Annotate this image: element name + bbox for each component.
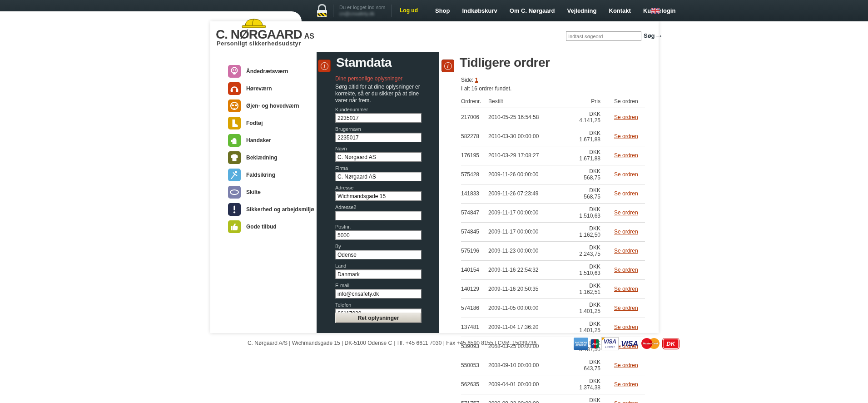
se-ordren-link[interactable]: Se ordren	[614, 171, 638, 178]
search-input[interactable]	[566, 31, 641, 41]
sidebar-item-label: Fodtøj	[246, 120, 263, 126]
sidebar-item-gas-mask[interactable]: Åndedrætsværn	[210, 65, 317, 78]
input-adresse2[interactable]	[335, 211, 422, 220]
sidebar-item-jacket[interactable]: Beklædning	[210, 151, 317, 164]
sidebar-item-thumbs-up[interactable]: Gode tilbud	[210, 220, 317, 233]
se-ordren-link[interactable]: Se ordren	[614, 152, 638, 159]
order-row: 5751962009-11-23 00:00:00DKK 2.243,75Se …	[461, 242, 645, 261]
mastercard-icon: MasterCard	[640, 338, 660, 350]
se-ordren-link[interactable]: Se ordren	[614, 324, 638, 330]
order-number: 140154	[461, 267, 488, 273]
order-number: 217006	[461, 114, 488, 120]
exclamation-icon	[228, 203, 241, 216]
order-price: DKK 1.374,38	[572, 378, 600, 391]
divider	[333, 5, 333, 17]
sidebar-item-fall-protection[interactable]: Faldsikring	[210, 169, 317, 181]
input-firma[interactable]	[335, 172, 422, 181]
nav-vejledning[interactable]: Vejledning	[567, 7, 596, 14]
se-ordren-link[interactable]: Se ordren	[614, 209, 638, 216]
order-price: DKK 1.401,25	[572, 302, 600, 314]
order-row: 5717572009-09-23 00:00:00DKK 981,25Se or…	[461, 394, 645, 403]
order-date: 2009-09-23 00:00:00	[488, 400, 572, 403]
input-adresse[interactable]	[335, 191, 422, 201]
stamdata-form: KundenummerBrugernavnNavnFirmaAdresseAdr…	[335, 107, 422, 322]
search-arrow-icon[interactable]: →	[655, 30, 663, 40]
field-label-firma: Firma	[335, 165, 422, 171]
order-date: 2008-09-10 00:00:00	[488, 362, 572, 368]
field-label-by: By	[335, 244, 422, 249]
sidebar-item-label: Handsker	[246, 137, 271, 144]
se-ordren-link[interactable]: Se ordren	[614, 267, 638, 273]
field-email: E-mail	[335, 283, 422, 299]
field-label-land: Land	[335, 263, 422, 269]
order-date: 2009-11-05 00:00:00	[488, 305, 572, 311]
stamdata-subtitle: Dine personlige oplysninger	[335, 75, 402, 82]
orders-pagination: Side: 1	[461, 77, 478, 83]
se-ordren-link[interactable]: Se ordren	[614, 229, 638, 235]
order-row: 1418332009-11-26 07:23:49DKK 568,75Se or…	[461, 184, 645, 204]
se-ordren-link[interactable]: Se ordren	[614, 133, 638, 139]
boot-icon	[228, 117, 241, 129]
input-email[interactable]	[335, 289, 422, 299]
order-price: DKK 1.671,88	[572, 149, 600, 162]
se-ordren-link[interactable]: Se ordren	[614, 305, 638, 311]
input-land[interactable]	[335, 269, 422, 279]
sidebar-item-label: Skilte	[246, 189, 261, 195]
se-ordren-link[interactable]: Se ordren	[614, 286, 638, 292]
order-date: 2009-11-26 00:00:00	[488, 171, 572, 178]
orders-title: Tidligere ordrer	[460, 55, 550, 70]
ear-protection-icon	[228, 82, 241, 95]
sidebar-item-label: Sikkerhed og arbejdsmiljø	[246, 206, 314, 213]
page-label: Side:	[461, 77, 473, 83]
field-label-email: E-mail	[335, 283, 422, 288]
info-icon: i	[318, 60, 331, 72]
order-price: DKK 1.401,25	[572, 321, 600, 333]
col-se-ordren: Se ordren	[600, 98, 645, 104]
order-price: DKK 568,75	[572, 168, 600, 181]
order-price: DKK 981,25	[572, 397, 600, 403]
input-brugernavn[interactable]	[335, 133, 422, 142]
logout-link[interactable]: Log ud	[400, 7, 418, 14]
nav-shop[interactable]: Shop	[435, 7, 450, 14]
sidebar-item-label: Åndedrætsværn	[246, 68, 288, 75]
order-price: DKK 1.510,63	[572, 206, 600, 219]
field-navn: Navn	[335, 146, 422, 162]
sidebar-item-glove[interactable]: Handsker	[210, 134, 317, 147]
input-kundenummer[interactable]	[335, 113, 422, 123]
search-button[interactable]: Søg	[644, 32, 655, 39]
nav-indkobskurv[interactable]: Indkøbskurv	[462, 7, 497, 14]
order-number: 137481	[461, 324, 488, 330]
nav-kontakt[interactable]: Kontakt	[609, 7, 631, 14]
sidebar-item-label: Beklædning	[246, 154, 278, 161]
ret-oplysninger-button[interactable]: Ret oplysninger	[335, 313, 422, 323]
sidebar-item-eye-head-protection[interactable]: Øjen- og hovedværn	[210, 100, 317, 112]
order-date: 2009-11-16 22:54:32	[488, 267, 572, 273]
se-ordren-link[interactable]: Se ordren	[614, 248, 638, 254]
field-label-brugernavn: Brugernavn	[335, 126, 422, 132]
se-ordren-link[interactable]: Se ordren	[614, 190, 638, 197]
sidebar-item-ear-protection[interactable]: Høreværn	[210, 82, 317, 95]
category-sidebar: ÅndedrætsværnHøreværnØjen- og hovedværnF…	[210, 65, 317, 238]
sidebar-item-exclamation[interactable]: Sikkerhed og arbejdsmiljø	[210, 203, 317, 216]
input-navn[interactable]	[335, 152, 422, 162]
se-ordren-link[interactable]: Se ordren	[614, 114, 638, 120]
order-date: 2009-11-16 20:50:35	[488, 286, 572, 292]
page-1-link[interactable]: 1	[475, 77, 478, 83]
order-row: 5748472009-11-17 00:00:00DKK 1.510,63Se …	[461, 204, 645, 223]
lock-icon	[317, 4, 327, 17]
amex-icon: AMERICAN EXPRESS	[574, 338, 588, 350]
se-ordren-link[interactable]: Se ordren	[614, 362, 638, 368]
uk-flag-icon[interactable]	[651, 8, 660, 14]
logo-tagline: Personligt sikkerhedsudstyr	[217, 40, 301, 47]
nav-om-c-norgaard[interactable]: Om C. Nørgaard	[510, 7, 555, 14]
se-ordren-link[interactable]: Se ordren	[614, 400, 638, 403]
sidebar-item-sign[interactable]: Skilte	[210, 186, 317, 199]
se-ordren-link[interactable]: Se ordren	[614, 381, 638, 388]
payment-methods: AMERICAN EXPRESS JCB VISA Electron VISA …	[574, 337, 679, 350]
input-postnr[interactable]	[335, 230, 422, 240]
input-by[interactable]	[335, 250, 422, 259]
orders-table-header: Ordrenr. Bestilt Pris Se ordren	[461, 95, 645, 108]
company-logo[interactable]: C. NØRGAARDAS Personligt sikkerhedsudsty…	[216, 18, 311, 45]
sidebar-item-boot[interactable]: Fodtøj	[210, 117, 317, 129]
field-label-kundenummer: Kundenummer	[335, 107, 422, 112]
